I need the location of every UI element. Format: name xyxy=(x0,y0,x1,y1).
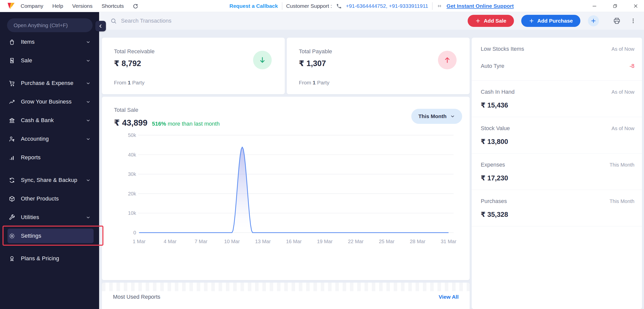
expenses-value: ₹ 17,230 xyxy=(481,174,634,182)
sidebar-item-other-products[interactable]: Other Products xyxy=(0,189,99,208)
selected-highlight xyxy=(8,229,94,243)
more-options-icon[interactable] xyxy=(630,18,636,24)
sale-delta-text: 516% more than last month xyxy=(152,121,220,127)
section-period: This Month xyxy=(610,162,634,168)
chevron-down-icon xyxy=(86,215,91,220)
sidebar-item-cash-bank[interactable]: Cash & Bank xyxy=(0,111,99,130)
view-all-link[interactable]: View All xyxy=(439,294,459,300)
restore-icon[interactable] xyxy=(611,2,619,10)
menu-company[interactable]: Company xyxy=(21,3,43,9)
card-title: Total Payable xyxy=(299,48,458,55)
sidebar-item-purchase-expense[interactable]: Purchase & Expense xyxy=(0,74,99,92)
chevron-left-icon xyxy=(98,23,104,29)
live-support-icon xyxy=(436,3,442,9)
reports-section-title: Most Used Reports xyxy=(113,294,160,300)
app-shell: ItemsSalePurchase & ExpenseGrow Your Bus… xyxy=(0,12,644,309)
plus-icon xyxy=(529,18,534,24)
add-sale-button[interactable]: Add Sale xyxy=(468,15,514,27)
sidebar-item-reports[interactable]: Reports xyxy=(0,148,99,167)
request-callback-link[interactable]: Request a Callback xyxy=(229,3,278,9)
purchases-section[interactable]: Purchases This Month ₹ 35,328 xyxy=(472,190,642,226)
section-title: Expenses xyxy=(481,162,505,168)
svg-text:25 Mar: 25 Mar xyxy=(379,239,395,244)
low-stocks-section[interactable]: Low Stocks Items As of Now Auto Tyre -8 xyxy=(472,38,642,81)
most-used-reports-card: Most Used Reports View All xyxy=(102,283,470,309)
section-title: Low Stocks Items xyxy=(481,46,524,52)
cash-in-hand-section[interactable]: Cash In Hand As of Now ₹ 15,436 xyxy=(472,81,642,117)
sidebar-collapse-button[interactable] xyxy=(95,21,106,31)
sidebar-item-label: Sale xyxy=(21,57,32,64)
receivable-parties: From 1 Party xyxy=(114,80,144,86)
svg-text:4 Mar: 4 Mar xyxy=(164,239,176,244)
card-title: Total Receivable xyxy=(114,48,273,55)
sidebar-item-label: Utilities xyxy=(21,214,39,221)
refresh-icon[interactable] xyxy=(132,3,138,9)
sidebar-item-label: Plans & Pricing xyxy=(21,255,59,262)
open-anything-input[interactable] xyxy=(14,22,86,28)
svg-text:40k: 40k xyxy=(128,152,136,158)
arrow-down-icon xyxy=(253,51,272,69)
expenses-section[interactable]: Expenses This Month ₹ 17,230 xyxy=(472,153,642,190)
section-title: Cash In Hand xyxy=(481,89,515,95)
receivable-amount: ₹ 8,792 xyxy=(114,59,273,68)
svg-text:16 Mar: 16 Mar xyxy=(286,239,302,244)
sidebar-item-label: Items xyxy=(21,39,35,45)
quick-add-button[interactable] xyxy=(588,15,599,26)
total-receivable-card[interactable]: Total Receivable ₹ 8,792 From 1 Party xyxy=(102,38,285,94)
sidebar-item-sale[interactable]: Sale xyxy=(0,51,99,70)
bar-chart-icon xyxy=(8,154,15,161)
sidebar-item-label: Other Products xyxy=(21,195,59,202)
section-period: As of Now xyxy=(612,46,634,52)
payable-parties: From 1 Party xyxy=(299,80,329,86)
search-transactions-input[interactable] xyxy=(121,18,468,24)
chevron-down-icon xyxy=(86,137,91,141)
support-phone-numbers[interactable]: +91-6364444752, +91-9333911911 xyxy=(346,3,428,9)
divider xyxy=(432,2,432,10)
stock-value-section[interactable]: Stock Value As of Now ₹ 13,800 xyxy=(472,117,642,153)
sidebar-item-plans-pricing[interactable]: Plans & Pricing xyxy=(0,249,99,268)
header-actions: Add Sale Add Purchase xyxy=(468,15,636,27)
transaction-search[interactable] xyxy=(110,18,468,24)
section-period: As of Now xyxy=(612,89,634,95)
low-stock-item-qty: -8 xyxy=(629,63,634,69)
sidebar-item-sync-share-backup[interactable]: Sync, Share & Backup xyxy=(0,171,99,189)
menu-help[interactable]: Help xyxy=(52,3,63,9)
open-anything-search[interactable] xyxy=(7,18,93,32)
support-cluster: Request a Callback Customer Support : +9… xyxy=(229,0,514,12)
plus-icon xyxy=(475,18,481,24)
period-dropdown[interactable]: This Month xyxy=(411,109,462,124)
add-purchase-button[interactable]: Add Purchase xyxy=(521,15,580,27)
titlebar: Company Help Versions Shortcuts Request … xyxy=(0,0,644,12)
svg-text:13 Mar: 13 Mar xyxy=(255,239,271,244)
close-icon[interactable] xyxy=(632,2,639,10)
svg-text:7 Mar: 7 Mar xyxy=(194,239,207,244)
sidebar: ItemsSalePurchase & ExpenseGrow Your Bus… xyxy=(0,12,99,309)
svg-text:0: 0 xyxy=(133,230,136,235)
minimize-icon[interactable] xyxy=(591,2,598,10)
sidebar-item-items[interactable]: Items xyxy=(0,33,99,51)
sidebar-item-accounting[interactable]: Accounting xyxy=(0,130,99,148)
total-payable-card[interactable]: Total Payable ₹ 1,307 From 1 Party xyxy=(287,38,470,94)
chevron-down-icon xyxy=(86,81,91,86)
box-icon xyxy=(8,195,15,202)
arrow-up-icon xyxy=(438,51,457,69)
sidebar-item-label: Cash & Bank xyxy=(21,117,54,124)
vyapar-logo-icon xyxy=(7,2,15,10)
sidebar-item-utilities[interactable]: Utilities xyxy=(0,208,99,227)
menu-shortcuts[interactable]: Shortcuts xyxy=(102,3,124,9)
sidebar-item-grow-your-business[interactable]: Grow Your Business xyxy=(0,92,99,111)
sidebar-item-settings[interactable]: Settings xyxy=(0,227,99,245)
bank-icon xyxy=(8,117,15,124)
get-instant-online-support-link[interactable]: Get Instant Online Support xyxy=(447,3,514,9)
printer-icon[interactable] xyxy=(613,17,621,25)
payable-amount: ₹ 1,307 xyxy=(299,59,458,68)
svg-text:1 Mar: 1 Mar xyxy=(133,239,145,244)
svg-text:31 Mar: 31 Mar xyxy=(441,239,457,244)
menu-versions[interactable]: Versions xyxy=(72,3,93,9)
section-title: Purchases xyxy=(481,198,507,204)
customer-support-label: Customer Support : xyxy=(286,3,332,9)
sidebar-item-label: Reports xyxy=(21,154,41,161)
low-stock-item-row: Auto Tyre -8 xyxy=(481,63,634,73)
person-rupee-icon xyxy=(8,136,15,142)
svg-text:28 Mar: 28 Mar xyxy=(410,239,426,244)
